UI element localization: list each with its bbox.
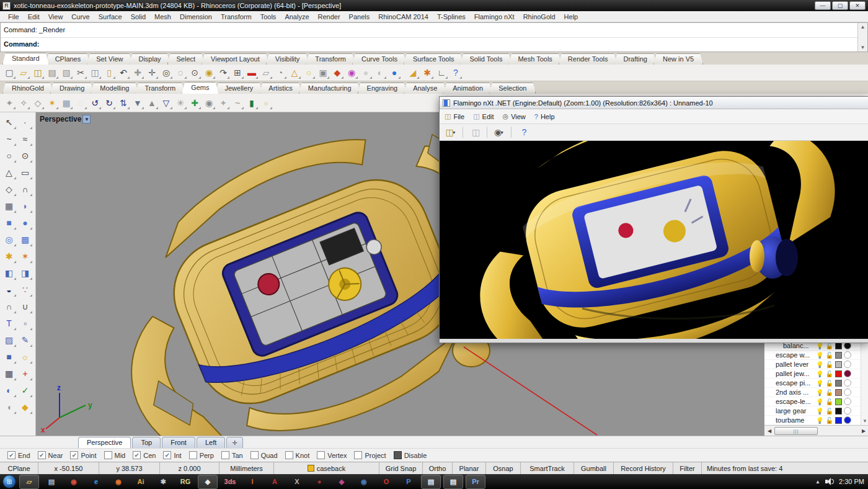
toolbar-tab[interactable]: Mesh Tools [508,53,561,65]
gem-yellow-icon[interactable]: ◆ [18,400,33,415]
layer-name[interactable]: tourbame [776,416,814,424]
osnap-option[interactable]: Knot [285,451,310,459]
layer-row[interactable]: escape pi... 💡 🔓 [764,379,861,388]
rhinogold-tab[interactable]: Analyse [404,83,446,94]
onscreen-keyboard-icon[interactable]: ▤ [422,475,440,488]
status-pane[interactable]: z 0.000 [160,462,219,474]
viewport-tab[interactable]: Top [132,437,161,448]
menu-item[interactable]: Help [560,12,583,22]
layer-name[interactable]: large gear [776,407,814,415]
toolbar-tab[interactable]: New in V5 [653,53,703,65]
status-pane[interactable]: caseback [274,462,379,474]
scrollbar-thumb[interactable]: ||| [774,427,818,435]
osnap-checkbox[interactable] [354,451,362,459]
cut-icon[interactable]: ✂ [74,66,87,79]
open-folder-icon[interactable]: ▱ [17,66,30,79]
flamingo-menu-item[interactable]: ◫ Edit [473,112,494,120]
check-icon[interactable]: ✓ [18,383,33,398]
display-mode-icon[interactable]: ◆ [330,66,344,79]
firefox-icon[interactable]: ◉ [109,475,128,488]
gem-needle-icon[interactable]: ✧ [17,96,30,110]
zoom-window-icon[interactable]: ◌ [174,66,187,79]
menu-item[interactable]: RhinoCAM 2014 [374,12,433,22]
layer-material-circle[interactable] [844,416,851,424]
undo-icon[interactable]: ↶ [117,66,130,79]
layer-unlock-icon[interactable]: 🔓 [825,343,833,349]
menu-item[interactable]: Panels [345,12,374,22]
rhinogold-tab[interactable]: Selection [489,83,536,94]
layer-row[interactable]: escape w... 💡 🔓 [764,351,861,360]
status-pane[interactable]: Grid Snap [379,462,423,474]
layer-color-swatch[interactable] [835,352,842,359]
orient-icon[interactable]: ∟ [435,66,448,79]
expand-icon[interactable] [768,380,774,386]
toolbar-tab[interactable]: Curve Tools [352,53,407,65]
x-app-icon[interactable]: X [288,475,306,488]
layer-name[interactable]: pallet lever [776,361,814,368]
expand-icon[interactable] [768,390,774,395]
internet-explorer-icon[interactable]: e [87,475,105,488]
lock-icon[interactable]: ▣ [316,66,330,79]
toolbar-tab[interactable]: Solid Tools [460,53,512,65]
boolean-union-icon[interactable]: ✱ [2,249,17,264]
visibility-icon[interactable]: ◐ [2,383,17,398]
osnap-checkbox[interactable] [250,451,259,459]
gem-halo-icon[interactable]: ◉ [202,96,216,110]
expand-icon[interactable] [768,343,774,349]
smarttrack-icon[interactable]: △ [288,66,301,79]
status-pane[interactable]: y 38.573 [99,462,160,474]
status-pane[interactable]: Gumball [574,462,614,474]
layer-material-circle[interactable] [844,388,851,396]
layer-row[interactable]: large gear 💡 🔓 [764,406,861,416]
command-prompt[interactable]: Command: [1,38,867,52]
select-arrow-icon[interactable]: ↖ [2,115,17,130]
new-document-icon[interactable]: ▢ [2,66,16,79]
scroll-up-icon[interactable]: ▲ [861,23,866,31]
status-pane[interactable]: Record History [614,462,673,474]
notepad-icon[interactable]: ▤ [444,475,463,488]
torus-icon[interactable]: ◎ [2,232,17,247]
indesign-icon[interactable]: I [243,475,262,488]
expand-icon[interactable] [768,399,774,405]
gem-link-icon[interactable]: ~ [231,96,244,110]
layer-row[interactable]: tourbame 💡 🔓 [764,416,861,425]
osnap-option[interactable]: Tan [221,451,243,459]
trim-icon[interactable]: ◧ [2,266,17,280]
menu-item[interactable]: Render [314,12,345,22]
premiere-icon[interactable]: Pr [466,475,485,488]
viewport-tab[interactable]: Left [197,437,225,448]
rhinogold-tab[interactable]: Jewellery [216,83,263,94]
rhinogold-tab[interactable]: Animation [443,83,492,94]
menu-item[interactable]: Flamingo nXt [470,12,519,22]
menu-item[interactable]: File [4,12,24,22]
shaded-spheres-icon[interactable]: ◖ [2,400,17,415]
toolbar-separator[interactable] [511,127,512,138]
layer-name[interactable]: pallet jew... [776,370,814,377]
layer-name[interactable]: 2nd axis ... [776,388,814,396]
rhinogold-tab[interactable]: Engraving [358,83,407,94]
layer-unlock-icon[interactable]: 🔓 [825,417,833,424]
expand-icon[interactable] [768,418,774,423]
file-explorer-icon[interactable]: ▱ [20,475,38,488]
opera-icon[interactable]: O [377,475,396,488]
pencil-edit-icon[interactable]: ✎ [18,333,33,348]
status-pane[interactable]: CPlane [0,462,38,474]
layer-color-swatch[interactable] [835,408,842,415]
osnap-option[interactable]: Int [163,451,181,459]
move-icon[interactable]: ✛ [145,66,159,79]
flamingo-render-window[interactable]: Flamingo nXt .NET (Engine:Default) (Zoom… [439,96,868,343]
circle-icon[interactable]: ○ [2,148,17,163]
osnap-checkbox[interactable] [7,451,16,459]
osnap-checkbox[interactable] [70,451,78,459]
menu-item[interactable]: Mesh [150,12,175,22]
expand-icon[interactable] [768,371,774,377]
layer-unlock-icon[interactable]: 🔓 [825,361,833,368]
move-points-icon[interactable]: ▫ [18,316,33,331]
layer-color-swatch[interactable] [835,361,842,368]
toolbar-tab[interactable]: Surface Tools [404,53,463,65]
flamingo-render-canvas[interactable] [440,141,868,339]
lamp-icon[interactable]: ○ [302,66,316,79]
menu-item[interactable]: View [44,12,68,22]
toolbar-tab[interactable]: Visibility [266,53,309,65]
chrome-icon[interactable]: ◉ [64,475,83,488]
